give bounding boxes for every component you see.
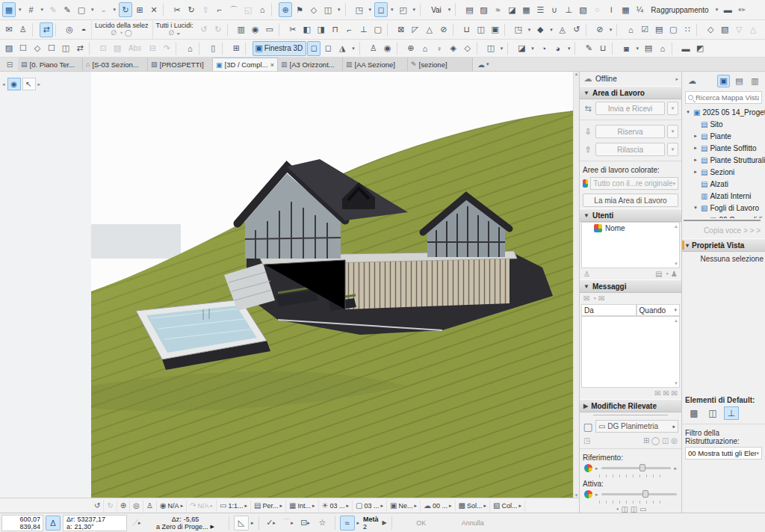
attiva-color-icon[interactable] (584, 490, 592, 498)
document-tab[interactable]: ▣ [3D / Compl... × (213, 58, 278, 71)
toolbar-button[interactable]: ▬ (679, 41, 693, 56)
toolbar-button[interactable]: ▭ (263, 22, 276, 37)
tree-item[interactable]: ▾ ▣ 2025 05 14_Progetto (682, 106, 765, 118)
toolbar-button[interactable]: ▾ (16, 2, 24, 17)
magic-wand-icon[interactable]: ☆ (315, 516, 330, 531)
viewport-scrollbar[interactable]: ▲ ▼ (573, 72, 579, 498)
toolbar-button[interactable]: Raggruppamento (647, 2, 712, 17)
slope-tool-icon[interactable]: ⟋▸ (129, 516, 144, 531)
toolbar-button[interactable]: ⊥ (562, 2, 575, 17)
toolbar-button[interactable]: ⊠ (394, 22, 408, 37)
invia-dropdown[interactable]: ▾ (667, 102, 678, 115)
invia-e-ricevi-button[interactable]: Invia e Ricevi (595, 102, 665, 115)
toolbar-button[interactable]: ▦ (619, 2, 632, 17)
toolbar-button[interactable]: ◙ (619, 41, 633, 56)
toolbar-button[interactable]: ✂ (170, 2, 184, 17)
dg-planimetria-select[interactable]: ▭ DG Planimetria ▸ (595, 420, 678, 433)
protractor-icon[interactable]: ◺ (234, 516, 249, 531)
toolbar-button[interactable]: △ (423, 22, 436, 37)
toolbar-button[interactable]: ≈ (491, 2, 504, 17)
toolbar-button[interactable]: ▾ (446, 2, 453, 17)
quick-option[interactable]: ☁ 00 ... ▸ (421, 500, 456, 512)
search-input[interactable] (696, 93, 759, 102)
default-element-button[interactable]: ◫ (705, 406, 720, 420)
toolbar-button[interactable]: ◳ (353, 2, 366, 17)
messaggi-footer-icons[interactable]: ✉ ✉ ✉ (654, 389, 678, 398)
cloud-tab-menu[interactable]: ☁ ▾ (473, 58, 494, 71)
zero-reference-caret[interactable]: ▶ (211, 523, 214, 531)
toolbar-button[interactable]: ▦ (2, 2, 16, 17)
toolbar-button[interactable]: ◇ (461, 41, 474, 56)
tab-close-icon[interactable]: × (270, 61, 274, 69)
toolbar-button[interactable]: ◪ (515, 41, 528, 56)
toolbar-button[interactable]: ◫ (321, 2, 335, 17)
section-proprieta-vista[interactable]: ▾ Proprietà Vista (682, 238, 765, 252)
quick-option[interactable]: ▤ Per... ▸ (251, 500, 286, 512)
toolbar-button[interactable]: ▾ (111, 2, 119, 17)
expand-right-icon[interactable]: ▸ (37, 81, 42, 87)
user-row[interactable]: Nome (582, 223, 679, 234)
toolbar-button[interactable]: ◻ (307, 41, 320, 56)
coordinate-box[interactable]: 600,07 839,84 (1, 515, 43, 531)
toolbar-button[interactable]: ⌂ (624, 22, 637, 37)
toolbar-button[interactable]: ⊞ (133, 2, 146, 17)
quick-option[interactable]: ⊕ (117, 500, 130, 512)
document-tab[interactable]: ▥ [AA Sezione] (343, 58, 408, 71)
scroll-down-icon[interactable]: ▼ (574, 493, 579, 498)
toolbar-button[interactable]: ▾ (350, 41, 357, 56)
palette-splitter[interactable] (593, 415, 668, 415)
toolbar-button[interactable]: Ｉ (604, 2, 618, 17)
toolbar-button[interactable]: ✎ (582, 41, 595, 56)
toolbar-button[interactable]: ⊥ (357, 22, 371, 37)
toolbar-button[interactable]: ▨ (477, 2, 490, 17)
snap-division-box[interactable]: Metà 2 (362, 516, 380, 531)
scroll-up-icon[interactable]: ▲ (574, 72, 579, 76)
toolbar-button[interactable]: ⊘ (593, 22, 607, 37)
view-map-search[interactable] (685, 91, 762, 104)
message-tool-icons[interactable]: ✉ ◔ ✉ (580, 293, 681, 304)
tree-expand-icon[interactable]: ▾ (685, 109, 691, 115)
toolbar-button[interactable]: ⌂ (183, 41, 196, 56)
orbit-tool-button[interactable]: ◉ (7, 78, 21, 90)
quick-option[interactable]: ◎ (130, 500, 143, 512)
tree-item[interactable]: ▸ ▤ Sezioni (682, 166, 765, 178)
toolbar-button[interactable]: ◎ (63, 22, 76, 37)
toolbar-button[interactable]: ⇄ (73, 41, 87, 56)
user-icon[interactable]: ♙ (583, 270, 590, 278)
snap-guide-button[interactable]: ✓▸ (264, 516, 279, 531)
quick-option[interactable]: ◉ N/A ▸ (157, 500, 187, 512)
slider-thumb[interactable] (642, 490, 648, 498)
copia-voce-button[interactable]: Copia voce > > > (682, 223, 765, 238)
toolbar-button[interactable]: ▦ (519, 2, 533, 17)
mod-tool-icon[interactable]: ◳ (583, 436, 590, 445)
toolbar-button[interactable]: ◻ (374, 2, 388, 17)
section-modifiche-rilevate[interactable]: ▶ Modifiche Rilevate (580, 399, 681, 412)
toolbar-button[interactable]: ▾ (566, 41, 573, 56)
toolbar-button[interactable]: ⌂ (656, 41, 669, 56)
riferimento-color-icon[interactable] (584, 464, 592, 472)
toolbar-button[interactable]: ▨ (2, 41, 16, 56)
tree-expand-icon[interactable]: ▸ (693, 145, 699, 151)
toolbar-button[interactable]: ▢ (75, 2, 88, 17)
toolbar-button[interactable]: ▾ (526, 22, 533, 37)
toolbar-button[interactable]: ↻ (119, 2, 132, 17)
riserva-dropdown[interactable]: ▾ (667, 125, 678, 138)
toolbar-button[interactable]: ☐ (45, 41, 58, 56)
tree-item[interactable]: ▸ ▤ Piante Strutturali (682, 154, 765, 166)
toolbar-button[interactable]: ⇄ (40, 22, 53, 37)
tree-item[interactable]: ▸ ▤ Piante Soffitto (682, 142, 765, 154)
section-messaggi[interactable]: ▼ Messaggi (580, 279, 681, 293)
toolbar-button[interactable]: ▧ (576, 2, 589, 17)
scroll-up-icon[interactable]: ▲ (674, 224, 678, 229)
toolbar-button[interactable]: ♙ (16, 22, 30, 37)
scroll-down-icon[interactable]: ▼ (674, 262, 678, 266)
toolbar-button[interactable]: ☑ (638, 22, 651, 37)
toolbar-button[interactable]: ⌂ (418, 41, 432, 56)
toolbar-button[interactable]: ▬ (721, 2, 734, 17)
toolbar-button[interactable]: ◩ (693, 41, 707, 56)
toolbar-button[interactable]: ♀ (433, 41, 446, 56)
toolbar-button[interactable]: ☰ (533, 2, 547, 17)
toolbar-button[interactable]: ▾ (39, 2, 46, 17)
toolbar-button[interactable]: ▾ (529, 41, 536, 56)
tree-item[interactable]: ▤ 00 Curve di livello (682, 214, 765, 218)
